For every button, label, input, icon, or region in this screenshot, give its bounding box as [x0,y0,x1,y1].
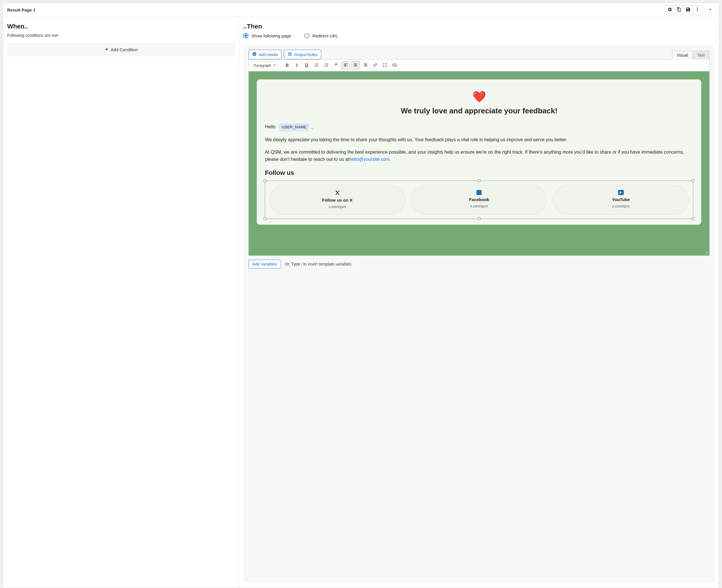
resize-handle-bl[interactable] [264,217,266,220]
add-condition-button[interactable]: Add Condition [7,43,235,56]
svg-point-7 [315,66,315,66]
svg-rect-20 [355,64,357,65]
svg-rect-30 [395,64,396,65]
conditions-hint: Following conditions are met [7,33,235,38]
italic-button[interactable]: I [293,61,301,69]
chevron-down-icon [708,7,713,13]
align-left-button[interactable] [342,61,350,69]
heart-icon: ❤️ [265,90,693,103]
add-media-label: Add media [259,52,278,57]
x-logo-icon [272,190,402,196]
svg-point-2 [697,10,698,12]
resize-handle-tl[interactable] [264,180,266,182]
align-center-button[interactable] [352,61,360,69]
bullet-list-icon [314,62,319,68]
greeting-line: Hello USER_NAME , [265,123,693,131]
format-select[interactable]: Paragraph [251,62,278,69]
svg-rect-26 [365,66,367,66]
svg-rect-28 [394,64,394,65]
save-button[interactable] [683,5,693,15]
result-pane: ..Then Show following page Redirect URL [239,17,719,588]
social-pill-x[interactable]: Follow us on X x.com/qsm [269,185,405,215]
bold-icon: B [285,63,289,68]
output-rules-button[interactable]: Output Rules [284,50,321,59]
svg-rect-8 [316,66,318,66]
follow-heading: Follow us [265,168,693,178]
social-label: YouTube [556,196,686,203]
resize-handle-tr[interactable] [692,180,694,182]
svg-point-1 [697,9,698,10]
svg-rect-31 [394,65,396,66]
social-label: Facebook [414,196,544,203]
underline-button[interactable]: U [303,61,310,69]
add-variables-label: Add Variables [252,262,277,266]
social-pill-facebook[interactable]: Facebook x.com/qsm [411,185,547,215]
resize-handle-bm[interactable] [478,217,480,220]
result-heading: ..Then [243,23,715,30]
svg-text:3: 3 [324,66,325,67]
quote-button[interactable]: “ [332,61,340,69]
gear-icon [667,7,672,13]
editor-resize-grip[interactable] [705,251,709,255]
header-tools [665,5,714,15]
svg-rect-17 [344,65,347,66]
svg-rect-12 [326,65,328,65]
variables-hint: Or, Type / to insert template variables [285,262,352,266]
rules-icon [287,52,292,57]
social-label: Follow us on X [272,197,402,203]
svg-point-5 [315,64,315,65]
conditions-pane: When.. Following conditions are met Add … [3,17,239,588]
more-button[interactable] [693,5,702,15]
svg-rect-27 [393,64,397,66]
settings-button[interactable] [665,5,674,15]
align-right-icon [363,62,368,68]
radio-show-page-label: Show following page [251,34,291,38]
ordered-list-button[interactable]: 123 [322,61,330,69]
editor-card: Add media Output Rules Visual Text [243,45,715,582]
radio-checked-icon [243,33,248,38]
keyboard-button[interactable] [390,61,399,69]
social-sub: x.com/qsm [556,204,686,209]
svg-rect-14 [326,66,328,66]
add-media-button[interactable]: Add media [248,50,282,59]
social-selection-box[interactable]: Follow us on X x.com/qsm Facebook [265,181,693,219]
resize-handle-tm[interactable] [478,180,480,182]
user-name-variable[interactable]: USER_NAME [279,123,309,131]
align-center-icon [353,62,358,68]
social-pill-youtube[interactable]: YouTube x.com/qsm [553,185,689,215]
add-variables-button[interactable]: Add Variables [248,260,281,268]
greeting-suffix: , [312,124,313,129]
radio-show-page[interactable]: Show following page [243,33,291,38]
copy-icon [676,7,681,13]
svg-rect-18 [344,66,346,66]
svg-rect-15 [344,63,347,64]
ordered-list-icon: 123 [324,62,329,68]
svg-rect-24 [365,64,367,65]
keyboard-icon [392,62,397,68]
quote-icon: “ [335,62,337,69]
expand-button[interactable] [381,61,389,69]
svg-point-0 [697,7,698,8]
collapse-button[interactable] [706,6,714,14]
bold-button[interactable]: B [283,61,291,69]
social-sub: x.com/qsm [272,204,402,210]
tab-text[interactable]: Text [693,50,709,60]
editor-canvas[interactable]: ❤️ We truly love and appreciate your fee… [249,71,709,255]
paragraph-1: We deeply appreciate you taking the time… [265,136,693,144]
tab-visual[interactable]: Visual [672,50,693,60]
bullet-list-button[interactable] [312,61,320,69]
copy-button[interactable] [674,5,683,15]
link-button[interactable] [371,61,379,69]
paragraph-2-post: . [389,157,390,162]
result-type-radios: Show following page Redirect URL [243,33,715,38]
editor-frame: Paragraph B I U 123 “ [248,59,709,256]
header-icon-group [665,5,702,15]
radio-unchecked-icon [304,33,309,38]
svg-rect-21 [354,65,357,66]
svg-rect-25 [364,65,367,66]
align-right-button[interactable] [361,61,369,69]
contact-email-link[interactable]: hello@yoursite.com [349,157,390,162]
resize-handle-br[interactable] [692,217,694,220]
radio-redirect-url[interactable]: Redirect URL [304,33,338,38]
link-icon [373,62,378,68]
